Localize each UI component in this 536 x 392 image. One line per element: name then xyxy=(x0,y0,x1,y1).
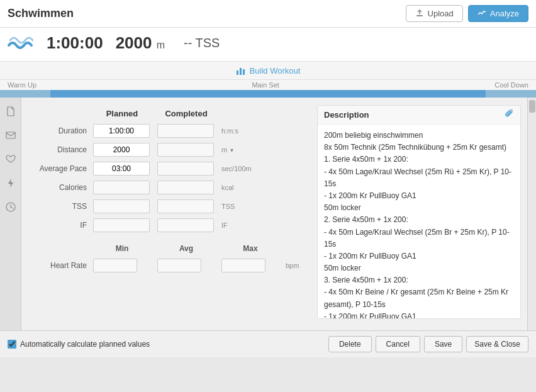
avg-pace-planned-input[interactable] xyxy=(93,162,150,176)
top-right: Upload Analyze xyxy=(406,5,528,22)
swim-icon xyxy=(8,31,34,55)
description-title: Description xyxy=(324,110,369,120)
upload-icon xyxy=(415,9,424,18)
duration-completed-cell xyxy=(155,122,218,140)
progress-bar xyxy=(0,90,536,98)
distance-planned-cell xyxy=(91,141,154,159)
warm-up-label: Warm Up xyxy=(8,81,36,89)
auto-calc-label: Automatically calculate planned values xyxy=(20,340,150,349)
workout-bar-labels: Warm Up Main Set Cool Down xyxy=(0,80,536,90)
activity-title: Schwimmen xyxy=(8,7,74,20)
distance-row: Distance m ▾ xyxy=(33,141,306,159)
tss-row: TSS TSS xyxy=(33,198,306,215)
hr-unit-header xyxy=(283,242,306,255)
if-completed-input[interactable] xyxy=(157,218,214,232)
distance-planned-input[interactable] xyxy=(93,143,150,157)
cool-down-label: Cool Down xyxy=(494,81,528,89)
svg-rect-0 xyxy=(416,15,423,16)
auto-calc-section: Automatically calculate planned values xyxy=(8,340,150,349)
chart-icon xyxy=(236,65,246,76)
calories-label: Calories xyxy=(33,179,89,196)
sidebar-icon-document[interactable] xyxy=(2,103,20,120)
tss-planned-input[interactable] xyxy=(93,199,150,213)
duration-row: Duration h:m:s xyxy=(33,122,306,140)
duration-planned-input[interactable] xyxy=(93,124,150,138)
analyze-button[interactable]: Analyze xyxy=(468,5,528,22)
unit-header xyxy=(219,106,306,121)
duration-label: Duration xyxy=(33,122,89,140)
empty-header xyxy=(33,106,89,121)
tss-planned-cell xyxy=(91,198,154,215)
duration-completed-input[interactable] xyxy=(157,124,214,138)
save-button[interactable]: Save xyxy=(424,336,462,352)
distance-completed-input[interactable] xyxy=(157,143,214,157)
sidebar-icon-bolt[interactable] xyxy=(2,174,20,192)
hr-avg-input[interactable] xyxy=(157,259,201,272)
hr-max-header: Max xyxy=(219,242,282,255)
avg-pace-completed-cell xyxy=(155,160,218,177)
form-table: Planned Completed Duration h:m:s xyxy=(31,105,307,235)
progress-warm xyxy=(0,90,50,98)
analyze-icon xyxy=(477,9,486,18)
hr-min-cell xyxy=(91,257,154,274)
auto-calc-checkbox[interactable] xyxy=(8,340,16,349)
main-set-label: Main Set xyxy=(252,81,279,89)
sidebar-icon-mail[interactable] xyxy=(2,126,20,144)
hr-avg-header: Avg xyxy=(155,242,218,255)
calories-unit: kcal xyxy=(219,179,306,196)
stat-tss: -- TSS xyxy=(184,36,220,50)
hr-empty-header xyxy=(33,242,89,255)
description-header: Description xyxy=(318,106,520,125)
hr-row: Heart Rate bpm xyxy=(33,257,306,274)
workout-bar-wrapper: Build Workout Warm Up Main Set Cool Down xyxy=(0,62,536,98)
save-close-button[interactable]: Save & Close xyxy=(466,336,528,352)
scroll-thumb[interactable] xyxy=(529,100,535,113)
heart-rate-section: Min Avg Max Heart Rate xyxy=(31,240,307,276)
progress-cool xyxy=(486,90,536,98)
calories-planned-input[interactable] xyxy=(93,181,150,194)
sidebar-icon-heart[interactable] xyxy=(2,150,20,168)
avg-pace-completed-input[interactable] xyxy=(157,162,214,176)
tss-completed-cell xyxy=(155,198,218,215)
right-scrollbar[interactable] xyxy=(527,98,536,330)
calories-completed-cell xyxy=(155,179,218,196)
avg-pace-unit: sec/100m xyxy=(219,160,306,177)
hr-label: Heart Rate xyxy=(33,257,89,274)
distance-unit-label: m xyxy=(221,146,227,154)
description-area: Description 200m beliebig einschwimmen 8… xyxy=(317,98,527,330)
calories-planned-cell xyxy=(91,179,154,196)
hr-max-input[interactable] xyxy=(221,259,265,272)
build-workout-link[interactable]: Build Workout xyxy=(250,66,301,76)
bottom-buttons: Delete Cancel Save Save & Close xyxy=(328,336,528,352)
completed-header: Completed xyxy=(155,106,218,121)
tss-label: TSS xyxy=(33,198,89,215)
sidebar-icon-clock[interactable] xyxy=(2,198,20,216)
duration-planned-cell xyxy=(91,122,154,140)
hr-table: Min Avg Max Heart Rate xyxy=(31,240,307,276)
workout-bar: Build Workout xyxy=(0,62,536,80)
if-planned-input[interactable] xyxy=(93,218,150,232)
description-content[interactable]: 200m beliebig einschwimmen 8x 50m Techni… xyxy=(318,125,520,319)
cancel-button[interactable]: Cancel xyxy=(376,336,420,352)
hr-min-input[interactable] xyxy=(93,259,137,272)
calories-row: Calories kcal xyxy=(33,179,306,196)
svg-rect-2 xyxy=(240,68,242,75)
planned-header: Planned xyxy=(91,106,154,121)
distance-unit-dropdown[interactable]: ▾ xyxy=(230,147,233,154)
delete-button[interactable]: Delete xyxy=(328,336,372,352)
hr-unit: bpm xyxy=(283,257,306,274)
avg-pace-row: Average Pace sec/100m xyxy=(33,160,306,177)
tss-completed-input[interactable] xyxy=(157,199,214,213)
upload-button[interactable]: Upload xyxy=(406,5,463,22)
svg-rect-1 xyxy=(237,70,238,75)
stat-duration: 1:00:00 xyxy=(47,33,103,53)
svg-rect-4 xyxy=(6,132,15,138)
stat-distance: 2000 m xyxy=(116,33,165,53)
sidebar-icons xyxy=(0,98,21,330)
paperclip-icon[interactable] xyxy=(505,109,514,120)
hr-min-header: Min xyxy=(91,242,154,255)
progress-main xyxy=(50,90,486,98)
bottom-bar: Automatically calculate planned values D… xyxy=(0,330,536,357)
calories-completed-input[interactable] xyxy=(157,181,214,194)
avg-pace-planned-cell xyxy=(91,160,154,177)
